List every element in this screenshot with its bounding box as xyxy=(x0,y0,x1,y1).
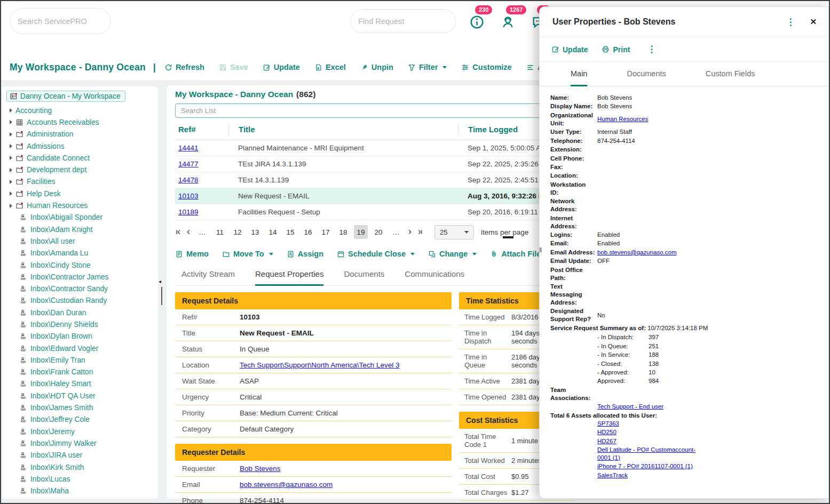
team-association-link[interactable]: Tech Support - End user xyxy=(597,403,797,411)
more-options-icon[interactable]: ⋮ xyxy=(644,44,659,55)
sidebar-folder-item[interactable]: Help Desk xyxy=(5,188,158,199)
request-row[interactable]: 10103 New Request - EMAIL Aug 3, 2016, 9… xyxy=(175,188,574,204)
page-button[interactable]: … xyxy=(389,225,403,239)
page-button[interactable]: 11 xyxy=(213,225,227,239)
panel-tab[interactable]: Custom Fields xyxy=(706,69,755,86)
column-header-title[interactable]: Title xyxy=(228,123,458,135)
panel-tab[interactable]: Main xyxy=(571,69,587,86)
detail-tab[interactable]: Communications xyxy=(405,269,464,286)
sidebar-inbox-item[interactable]: Inbox\Frank Catton xyxy=(5,366,158,378)
toolbar-button[interactable]: Unpin xyxy=(360,63,393,71)
page-button[interactable]: 20 xyxy=(371,225,385,239)
asset-link[interactable]: Dell Latitude - PO# Customaccount-0001 (… xyxy=(597,446,695,461)
page-button[interactable]: 15 xyxy=(283,225,297,239)
request-row[interactable]: 14477 TEst JIRA 14.3.1.139 Sep 22, 2025,… xyxy=(175,156,574,172)
sidebar-inbox-item[interactable]: Inbox\All user xyxy=(5,235,158,247)
sidebar-inbox-item[interactable]: Inbox\HDT QA User xyxy=(5,390,158,402)
last-page-button[interactable] xyxy=(417,229,423,235)
action-button[interactable]: Change xyxy=(428,250,477,258)
action-button[interactable]: Attach File xyxy=(490,250,541,258)
detail-tab[interactable]: Request Properties xyxy=(255,269,323,286)
sidebar-inbox-item[interactable]: Inbox\Lucas xyxy=(5,473,158,485)
page-button[interactable]: 17 xyxy=(319,225,333,239)
sidebar-folder-item[interactable]: Admissions xyxy=(5,140,158,152)
asset-link[interactable]: HD250 xyxy=(597,429,616,435)
expand-arrow-icon[interactable] xyxy=(10,144,12,148)
close-icon[interactable]: ✕ xyxy=(810,17,817,27)
sidebar-inbox-item[interactable]: Inbox\Haley Smart xyxy=(5,378,158,390)
more-options-icon[interactable]: ⋮ xyxy=(782,17,798,28)
sidebar-inbox-item[interactable]: Inbox\JIRA user xyxy=(5,450,158,461)
request-row[interactable]: 10189 Facilities Request - Setup Sep 20,… xyxy=(175,204,574,220)
print-button[interactable]: Print xyxy=(602,45,630,54)
request-ref-link[interactable]: 14441 xyxy=(178,144,199,152)
request-ref-link[interactable]: 14477 xyxy=(178,160,199,168)
action-button[interactable]: Move To xyxy=(222,250,273,258)
request-row[interactable]: 14441 Planned Maintenance - MRI Equipmen… xyxy=(175,140,574,156)
detail-tab[interactable]: Documents xyxy=(344,269,384,286)
panel-resize-handle[interactable]: ‖ xyxy=(539,246,542,254)
expand-arrow-icon[interactable] xyxy=(10,132,12,137)
sidebar-inbox-item[interactable]: Inbox\Denny Shields xyxy=(5,318,158,330)
toolbar-button[interactable]: Excel xyxy=(314,63,346,71)
notification-button[interactable]: 1267 xyxy=(499,10,517,31)
column-header-ref[interactable]: Ref# xyxy=(175,125,228,134)
servicepro-search-input[interactable] xyxy=(18,17,117,26)
sidebar-folder-item[interactable]: Development dept xyxy=(5,164,158,175)
sidebar-inbox-item[interactable]: Inbox\Emily Tran xyxy=(5,354,158,366)
sidebar-inbox-item[interactable]: Inbox\Jimmy Walker xyxy=(5,437,158,449)
action-button[interactable]: Memo xyxy=(175,250,209,258)
asset-link[interactable]: SalesTrack xyxy=(597,472,628,478)
expand-arrow-icon[interactable] xyxy=(10,108,12,113)
sidebar-inbox-item[interactable]: Inbox\Jeffrey Cole xyxy=(5,414,158,426)
search-list-input[interactable] xyxy=(175,103,574,118)
action-button[interactable]: Assign xyxy=(287,250,323,258)
sidebar-inbox-item[interactable]: Inbox\Dan Duran xyxy=(5,307,158,318)
sidebar-folder-item[interactable]: Administration xyxy=(5,129,158,140)
page-button[interactable]: 14 xyxy=(266,225,280,239)
asset-link[interactable]: HD267 xyxy=(597,438,616,444)
sidebar-inbox-item[interactable]: Inbox\Kirk Smith xyxy=(5,461,158,473)
toolbar-button[interactable]: Update xyxy=(263,63,300,71)
sidebar-collapse-handle[interactable]: ◂ xyxy=(159,278,161,284)
panel-tab[interactable]: Documents xyxy=(627,69,666,86)
sidebar-inbox-item[interactable]: Inbox\Adam Knight xyxy=(5,223,158,235)
request-row[interactable]: 14478 TEst 14.3.1.139 Sep 22, 2025, 2:45… xyxy=(175,172,574,188)
expand-arrow-icon[interactable] xyxy=(10,120,12,124)
sidebar-inbox-item[interactable]: Inbox\Amanda Lu xyxy=(5,247,158,259)
action-button[interactable]: Schedule Close xyxy=(337,250,415,258)
page-button[interactable]: 19 xyxy=(354,225,368,239)
page-button[interactable]: 16 xyxy=(301,225,315,239)
sidebar-inbox-item[interactable]: Inbox\James Smith xyxy=(5,402,158,413)
sidebar-inbox-item[interactable]: Inbox\Dylan Brown xyxy=(5,331,158,342)
sidebar-inbox-item[interactable]: Inbox\Contractor Sandy xyxy=(5,283,158,294)
request-ref-link[interactable]: 14478 xyxy=(178,176,199,184)
split-resize-handle[interactable] xyxy=(503,236,513,238)
sidebar-inbox-item[interactable]: Inbox\Cindy Stone xyxy=(5,259,158,271)
expand-arrow-icon[interactable] xyxy=(10,204,12,208)
page-button[interactable]: 18 xyxy=(336,225,350,239)
first-page-button[interactable] xyxy=(175,229,181,235)
page-button[interactable]: … xyxy=(195,225,209,239)
page-button[interactable]: 12 xyxy=(231,225,244,239)
sidebar-folder-item[interactable]: Accounts Receivables xyxy=(5,116,158,128)
sidebar-folder-item[interactable]: Human Resources xyxy=(5,199,158,211)
find-request-input[interactable] xyxy=(358,17,458,26)
sidebar-folder-item[interactable]: Candidate Connect xyxy=(5,152,158,164)
expand-arrow-icon[interactable] xyxy=(10,191,12,196)
sidebar-item-my-workspace[interactable]: Danny Ocean - My Workspace xyxy=(6,91,125,102)
expand-arrow-icon[interactable] xyxy=(10,156,12,160)
page-size-select[interactable]: 25 xyxy=(434,225,474,239)
prev-page-button[interactable] xyxy=(185,229,192,235)
sidebar-folder-item[interactable]: Facilities xyxy=(5,176,158,188)
sidebar-inbox-item[interactable]: Inbox\Edward Vogler xyxy=(5,342,158,354)
toolbar-button[interactable]: Refresh xyxy=(164,63,204,71)
asset-link[interactable]: SP7363 xyxy=(597,420,619,427)
detail-tab[interactable]: Activity Stream xyxy=(181,269,235,286)
request-ref-link[interactable]: 10103 xyxy=(178,192,199,200)
asset-link[interactable]: iPhone 7 - PO# 20161107-0001 (1) xyxy=(597,463,693,469)
toolbar-button[interactable]: Customize xyxy=(461,63,511,71)
request-ref-link[interactable]: 10189 xyxy=(178,208,199,216)
expand-arrow-icon[interactable] xyxy=(10,180,12,184)
notification-button[interactable]: 230 xyxy=(468,10,486,31)
